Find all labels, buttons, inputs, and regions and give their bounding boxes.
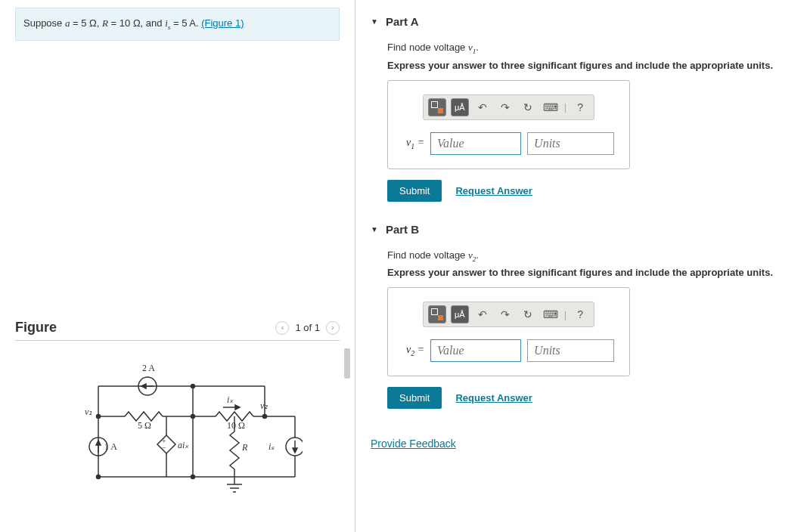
reset-icon[interactable]: ↻ xyxy=(519,305,537,323)
svg-point-35 xyxy=(96,475,100,479)
part-a-input-row: v1 = xyxy=(406,132,614,155)
svg-point-33 xyxy=(191,475,194,479)
label-1a: 1 A xyxy=(104,441,117,452)
part-b-units-input[interactable] xyxy=(527,339,614,362)
label-10ohm: 10 Ω xyxy=(227,420,245,431)
part-a-find: Find node voltage v1. xyxy=(387,42,792,55)
svg-point-23 xyxy=(286,438,303,456)
part-b-actions: Submit Request Answer xyxy=(387,387,792,409)
keyboard-icon[interactable]: ⌨ xyxy=(542,305,560,323)
part-b-request-answer[interactable]: Request Answer xyxy=(455,392,532,404)
figure-link[interactable]: (Figure 1) xyxy=(201,17,244,29)
part-b-answer-box: μÅ ↶ ↷ ↻ ⌨ | ? v2 = xyxy=(387,287,630,376)
part-a-header[interactable]: ▼ Part A xyxy=(371,15,792,28)
reset-icon[interactable]: ↻ xyxy=(519,98,537,116)
label-v2: v₂ xyxy=(260,401,268,411)
toolbar-separator: | xyxy=(564,101,566,113)
label-is: iₛ xyxy=(268,441,275,452)
part-a-instruction: Express your answer to three significant… xyxy=(387,60,792,71)
left-panel: Suppose a = 5 Ω, R = 10 Ω, and is = 5 A.… xyxy=(0,0,355,532)
keyboard-icon[interactable]: ⌨ xyxy=(542,98,560,116)
var-R: R xyxy=(102,17,108,29)
svg-point-34 xyxy=(262,415,266,419)
part-a-value-input[interactable] xyxy=(430,132,521,155)
svg-marker-20 xyxy=(96,441,101,445)
svg-point-32 xyxy=(191,385,194,388)
figure-nav: ‹ 1 of 1 › xyxy=(275,321,340,335)
undo-icon[interactable]: ↶ xyxy=(473,305,492,323)
eq3-rhs: = 5 A. xyxy=(170,17,201,29)
svg-marker-25 xyxy=(293,448,297,453)
part-a-submit-button[interactable]: Submit xyxy=(387,180,442,202)
help-icon[interactable]: ? xyxy=(571,305,589,323)
label-aix: aiₓ xyxy=(178,440,189,450)
template-icon[interactable] xyxy=(428,98,446,116)
part-a-units-input[interactable] xyxy=(527,132,614,155)
units-mua-button[interactable]: μÅ xyxy=(451,305,469,323)
part-a-body: Find node voltage v1. Express your answe… xyxy=(371,42,792,202)
part-b-instruction: Express your answer to three significant… xyxy=(387,267,792,278)
svg-point-31 xyxy=(191,415,194,419)
caret-icon: ▼ xyxy=(371,17,378,26)
figure-scrollbar[interactable] xyxy=(344,348,350,379)
part-b-body: Find node voltage v2. Express your answe… xyxy=(371,249,792,410)
part-a-toolbar: μÅ ↶ ↷ ↻ ⌨ | ? xyxy=(423,94,594,120)
svg-point-30 xyxy=(96,415,100,419)
part-a-var-label: v1 = xyxy=(406,137,424,150)
template-icon[interactable] xyxy=(428,305,446,323)
units-mua-button[interactable]: μÅ xyxy=(451,98,469,116)
part-b-toolbar: μÅ ↶ ↷ ↻ ⌨ | ? xyxy=(423,302,594,327)
figure-nav-text: 1 of 1 xyxy=(295,322,320,333)
figure-title: Figure xyxy=(15,320,57,336)
problem-prefix: Suppose xyxy=(23,17,65,29)
provide-feedback-link[interactable]: Provide Feedback xyxy=(371,438,456,450)
circuit-diagram: 2 A 1 A 5 Ω 10 Ω R v₁ v₂ iₓ aiₓ iₛ + − xyxy=(15,348,340,509)
part-b-header[interactable]: ▼ Part B xyxy=(371,223,792,236)
toolbar-separator: | xyxy=(564,309,566,320)
label-v1: v₁ xyxy=(85,407,92,417)
figure-header: Figure ‹ 1 of 1 › xyxy=(15,320,340,341)
redo-icon[interactable]: ↷ xyxy=(496,98,514,116)
part-b-value-input[interactable] xyxy=(430,339,521,362)
part-b-input-row: v2 = xyxy=(406,339,614,362)
problem-statement: Suppose a = 5 Ω, R = 10 Ω, and is = 5 A.… xyxy=(15,8,340,41)
part-a-actions: Submit Request Answer xyxy=(387,180,792,202)
figure-next-button[interactable]: › xyxy=(326,321,340,335)
part-b-find: Find node voltage v2. xyxy=(387,249,792,263)
svg-marker-17 xyxy=(141,384,146,388)
label-5ohm: 5 Ω xyxy=(138,420,151,431)
eq1-rhs: = 5 Ω, xyxy=(70,17,102,29)
part-a-answer-box: μÅ ↶ ↷ ↻ ⌨ | ? v1 = xyxy=(387,80,630,169)
part-b-var-label: v2 = xyxy=(406,344,424,357)
figure-section: Figure ‹ 1 of 1 › xyxy=(15,320,340,524)
part-a-title: Part A xyxy=(386,15,419,28)
help-icon[interactable]: ? xyxy=(571,98,589,116)
caret-icon: ▼ xyxy=(371,225,378,234)
svg-text:−: − xyxy=(162,444,166,452)
label-ix: iₓ xyxy=(227,394,234,405)
part-b-title: Part B xyxy=(386,223,419,236)
svg-marker-29 xyxy=(235,405,240,410)
part-b-submit-button[interactable]: Submit xyxy=(387,387,442,409)
right-panel: ▼ Part A Find node voltage v1. Express y… xyxy=(355,0,807,532)
label-2a: 2 A xyxy=(142,363,155,373)
undo-icon[interactable]: ↶ xyxy=(473,98,492,116)
figure-prev-button[interactable]: ‹ xyxy=(275,321,289,335)
label-R: R xyxy=(241,442,248,453)
part-a-request-answer[interactable]: Request Answer xyxy=(455,185,532,196)
eq2-rhs: = 10 Ω, and xyxy=(108,17,165,29)
redo-icon[interactable]: ↷ xyxy=(496,305,514,323)
